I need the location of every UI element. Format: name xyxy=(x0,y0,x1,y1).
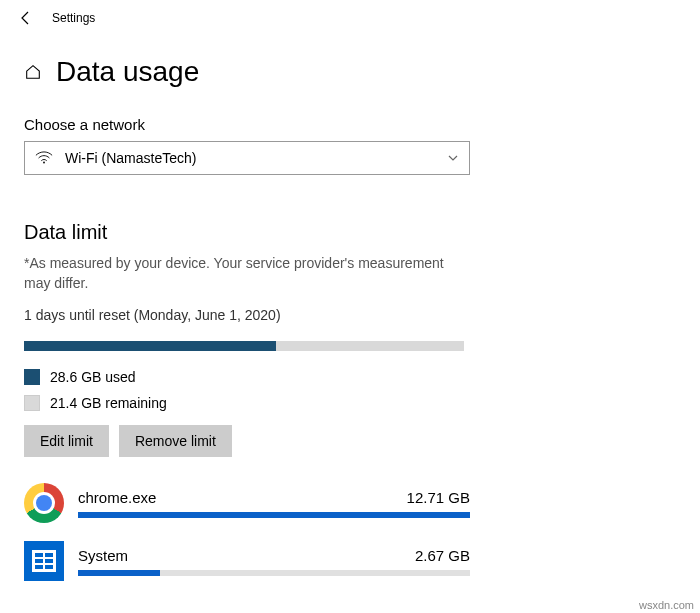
app-bar-fill xyxy=(78,570,160,576)
network-selected-value: Wi-Fi (NamasteTech) xyxy=(65,150,196,166)
chrome-icon xyxy=(24,483,64,523)
back-button[interactable] xyxy=(18,10,34,26)
home-icon xyxy=(24,63,42,81)
swatch-remaining-icon xyxy=(24,395,40,411)
reset-info: 1 days until reset (Monday, June 1, 2020… xyxy=(24,307,676,323)
attribution: wsxdn.com xyxy=(639,599,694,611)
window-title: Settings xyxy=(52,11,95,25)
app-name: chrome.exe xyxy=(78,489,156,506)
swatch-used-icon xyxy=(24,369,40,385)
app-name: System xyxy=(78,547,128,564)
network-label: Choose a network xyxy=(24,116,676,133)
title-bar: Settings xyxy=(0,0,700,36)
app-bar-fill xyxy=(78,512,470,518)
usage-bar xyxy=(24,341,464,351)
network-select[interactable]: Wi-Fi (NamasteTech) xyxy=(24,141,470,175)
arrow-left-icon xyxy=(18,10,34,26)
app-row-chrome: chrome.exe 12.71 GB xyxy=(24,483,470,523)
wifi-icon xyxy=(35,151,53,165)
app-row-system: System 2.67 GB xyxy=(24,541,470,581)
home-button[interactable] xyxy=(24,63,42,81)
app-usage: 2.67 GB xyxy=(415,547,470,564)
measurement-note: *As measured by your device. Your servic… xyxy=(24,254,470,293)
edit-limit-button[interactable]: Edit limit xyxy=(24,425,109,457)
svg-point-0 xyxy=(43,162,45,164)
remaining-label: 21.4 GB remaining xyxy=(50,395,167,411)
remove-limit-button[interactable]: Remove limit xyxy=(119,425,232,457)
system-icon xyxy=(24,541,64,581)
chevron-down-icon xyxy=(447,152,459,164)
data-limit-title: Data limit xyxy=(24,221,676,244)
legend-used: 28.6 GB used xyxy=(24,369,676,385)
page-title: Data usage xyxy=(56,56,199,88)
legend-remaining: 21.4 GB remaining xyxy=(24,395,676,411)
page-header: Data usage xyxy=(24,56,676,88)
app-usage: 12.71 GB xyxy=(407,489,470,506)
usage-bar-fill xyxy=(24,341,276,351)
used-label: 28.6 GB used xyxy=(50,369,136,385)
